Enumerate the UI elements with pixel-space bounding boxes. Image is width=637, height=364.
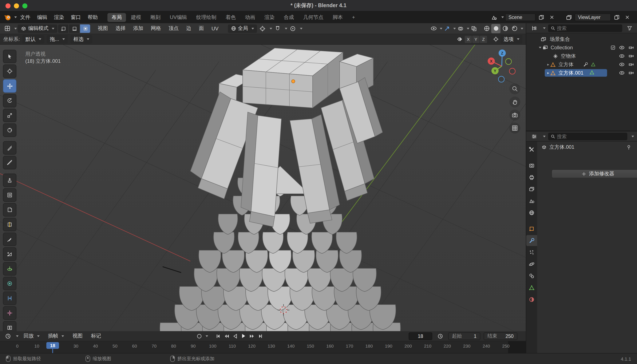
current-frame-field[interactable]: 18: [409, 332, 432, 340]
coord-system-dropdown[interactable]: 默认: [22, 35, 44, 44]
menu-window[interactable]: 窗口: [68, 13, 84, 22]
properties-filter-caret-icon[interactable]: [632, 136, 634, 137]
disable-render-camera-icon[interactable]: [628, 45, 634, 50]
shading-material-icon[interactable]: [500, 24, 510, 33]
snap-target-icon[interactable]: [491, 34, 500, 44]
modifier-wrench-icon[interactable]: [583, 62, 588, 67]
gizmo-axis-x-neg[interactable]: [509, 68, 515, 74]
select-mode-face-button[interactable]: [80, 24, 90, 33]
tab-object-data[interactable]: [526, 282, 537, 293]
move-view-icon[interactable]: [509, 96, 520, 108]
select-tool-dropdown[interactable]: 框选: [70, 35, 92, 44]
autokey-caret-icon[interactable]: [206, 335, 208, 337]
playback-menu[interactable]: 回放: [20, 332, 43, 340]
jump-to-end-button[interactable]: [256, 332, 264, 340]
viewlayer-copy-icon[interactable]: [612, 13, 622, 22]
keying-menu[interactable]: 插帧: [45, 332, 68, 340]
timeline-ruler[interactable]: 0 10 20 30 40 50 60 70 80 90 100 110 120…: [0, 341, 526, 353]
transform-orientation-dropdown[interactable]: 全局: [228, 24, 257, 33]
disable-render-camera-icon[interactable]: [628, 62, 634, 68]
editor-type-caret-icon[interactable]: [14, 28, 17, 29]
outliner-row-cube[interactable]: ▸ 立方体: [526, 60, 637, 69]
mirror-y-button[interactable]: Y: [472, 36, 480, 43]
workspace-tab-geonodes[interactable]: 几何节点: [299, 13, 328, 22]
disable-render-camera-icon[interactable]: [628, 53, 634, 59]
collection-checkbox-icon[interactable]: [610, 45, 616, 50]
menu-edit[interactable]: 编辑: [34, 13, 50, 22]
tab-constraints[interactable]: [526, 270, 537, 282]
next-keyframe-button[interactable]: [248, 332, 256, 340]
hide-eye-icon[interactable]: [619, 53, 625, 59]
vp-menu-add[interactable]: 添加: [130, 24, 146, 33]
shading-wireframe-icon[interactable]: [482, 24, 491, 33]
tab-tool[interactable]: [526, 144, 537, 155]
show-gizmo-icon[interactable]: [442, 24, 452, 33]
blender-logo-icon[interactable]: [3, 13, 13, 22]
overlays-caret-icon[interactable]: [467, 28, 469, 29]
shading-rendered-icon[interactable]: [510, 24, 519, 33]
timeline-view-menu[interactable]: 视图: [69, 332, 86, 340]
outliner-search[interactable]: [548, 24, 622, 32]
workspace-tab-texpaint[interactable]: 纹理绘制: [192, 13, 220, 22]
tool-smooth[interactable]: [3, 277, 16, 290]
properties-editor-type-icon[interactable]: [530, 132, 539, 141]
jump-to-start-button[interactable]: [214, 332, 222, 340]
select-mode-edge-button[interactable]: [69, 24, 79, 33]
tool-cursor[interactable]: [3, 64, 16, 78]
properties-search[interactable]: [548, 132, 627, 140]
workspace-tab-layout[interactable]: 布局: [108, 13, 126, 22]
cube001-expand-icon[interactable]: ▸: [547, 71, 549, 75]
workspace-tab-animation[interactable]: 动画: [241, 13, 259, 22]
mirror-x-button[interactable]: X: [465, 36, 472, 43]
menu-file[interactable]: 文件: [17, 13, 34, 22]
scene-name-field[interactable]: Scene: [505, 14, 536, 21]
tool-extrude-region[interactable]: [3, 174, 16, 187]
vp-menu-select[interactable]: 选择: [112, 24, 129, 33]
tab-world[interactable]: [526, 207, 537, 218]
play-reverse-button[interactable]: [231, 332, 239, 340]
gizmo-axis-y-neg[interactable]: [506, 58, 512, 64]
outliner-row-cube-001[interactable]: ▸ 立方体.001: [526, 69, 637, 77]
outliner-row-scene-collection[interactable]: 场景集合: [526, 35, 637, 44]
properties-editor-caret-icon[interactable]: [543, 136, 546, 137]
hide-eye-icon[interactable]: [619, 70, 625, 76]
zoom-view-icon[interactable]: [509, 84, 520, 94]
tab-output[interactable]: [526, 172, 537, 183]
timeline-marker-menu[interactable]: 标记: [88, 332, 104, 340]
frame-end-field[interactable]: 结束 250: [484, 332, 517, 340]
tool-edge-slide[interactable]: [3, 292, 16, 305]
workspace-tab-sculpt[interactable]: 雕刻: [146, 13, 165, 22]
navigation-gizmo[interactable]: Z X Y: [483, 47, 521, 85]
gizmo-axis-z[interactable]: Z: [498, 50, 506, 57]
mirror-icon[interactable]: [455, 34, 464, 44]
pin-icon[interactable]: [624, 142, 633, 152]
shading-solid-icon[interactable]: [491, 24, 500, 33]
vp-menu-view[interactable]: 视图: [94, 24, 111, 33]
vp-menu-mesh[interactable]: 网格: [148, 24, 164, 33]
tool-bevel[interactable]: [3, 203, 16, 216]
show-visibility-icon[interactable]: [429, 24, 438, 33]
editor-type-icon[interactable]: [2, 24, 12, 33]
pivot-point-icon[interactable]: [258, 24, 267, 33]
tool-tweak-select[interactable]: [3, 50, 16, 63]
camera-view-icon[interactable]: [509, 110, 520, 120]
gizmo-caret-icon[interactable]: [453, 28, 456, 29]
gizmo-axis-z-neg[interactable]: [498, 76, 504, 82]
mirror-z-button[interactable]: Z: [480, 36, 487, 43]
tab-physics[interactable]: [526, 259, 537, 270]
scene-copy-icon[interactable]: [537, 13, 546, 22]
outliner-row-collection[interactable]: Collection: [526, 44, 637, 52]
workspace-tab-uv[interactable]: UV编辑: [166, 13, 191, 22]
tool-scale[interactable]: [3, 109, 16, 122]
tool-rip-region[interactable]: [3, 321, 16, 331]
outliner-filter-icon[interactable]: [625, 24, 634, 33]
visibility-caret-icon[interactable]: [440, 28, 442, 29]
outliner-editor-type-icon[interactable]: [530, 24, 539, 33]
proportional-caret-icon[interactable]: [300, 28, 302, 29]
tool-inset-faces[interactable]: [3, 188, 16, 202]
mesh-data-icon[interactable]: [590, 70, 594, 76]
collection-expand-icon[interactable]: [539, 47, 541, 48]
menu-render[interactable]: 渲染: [50, 13, 68, 22]
menu-help[interactable]: 帮助: [84, 13, 101, 22]
tab-material[interactable]: [526, 294, 537, 305]
